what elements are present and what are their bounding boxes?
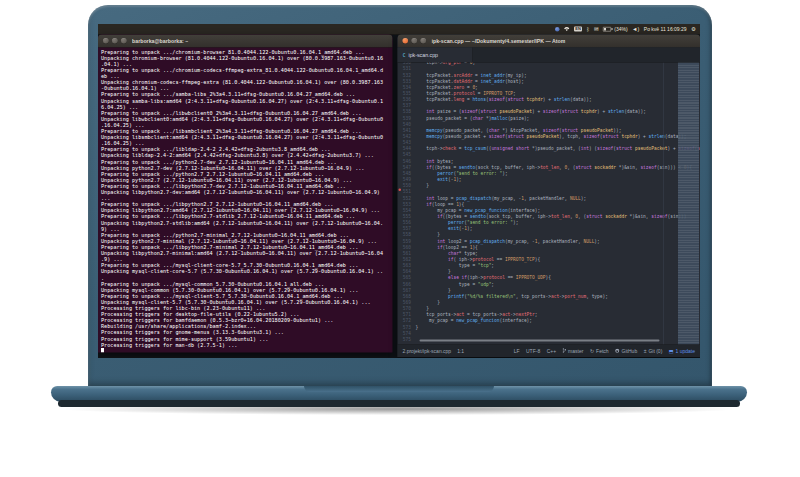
terminal-line: Preparing to unpack .../libpython2.7-std…	[101, 213, 393, 219]
line-number: 575	[398, 336, 416, 342]
package-icon: ⬒	[669, 349, 674, 354]
terminal-cursor	[101, 348, 104, 353]
mail-icon[interactable]: ✉	[594, 26, 599, 32]
maximize-button[interactable]	[421, 38, 427, 44]
git-modified-marker	[399, 189, 402, 192]
code-text: my_pcap = new_pcap_funcion(interface);	[416, 318, 533, 324]
code-line: 544 tcph->check = tcp_csum((unsigned sho…	[398, 146, 701, 152]
desktop: EN ᛒ ✉ (34%) ◄) Po kvě 11 16:09:29 ⚙	[98, 24, 700, 358]
code-line: 542 memcpy(pseudo_packet + sizeof(struct…	[398, 133, 701, 139]
code-text: }	[416, 324, 419, 330]
wrap-guide	[663, 63, 664, 345]
tab-label: ipk-scan.cpp	[409, 52, 438, 58]
code-text: pseudo_packet = (char *)malloc(psize);	[416, 115, 530, 121]
code-text: tcph->urg_ptr = 0;	[416, 63, 476, 66]
terminal-line: Unpacking chromium-browser (81.0.4044.12…	[101, 55, 393, 61]
terminal-line: Unpacking mysql-client-5.7 (5.7.30-0ubun…	[101, 299, 393, 305]
terminal-prompt-line	[101, 347, 393, 352]
terminal-line: Unpacking mysql-client-core-5.7 (5.7.30-…	[101, 268, 393, 274]
status-updates[interactable]: ⬒ 1 update	[669, 348, 695, 354]
tab-ipk-scan-cpp[interactable]: C ipk-scan.cpp	[398, 48, 473, 63]
maximize-button[interactable]	[121, 38, 127, 44]
volume-icon[interactable]: ◄)	[632, 26, 639, 32]
close-button[interactable]	[103, 38, 109, 44]
code-text: printf("%d/%s filtered\n", tcp_ports->ac…	[416, 293, 608, 299]
battery-tip	[612, 28, 613, 30]
status-grammar[interactable]: C++	[547, 348, 556, 354]
laptop-base-bottom	[58, 400, 740, 407]
diff-icon: ±	[644, 349, 647, 354]
battery-indicator[interactable]: (34%)	[603, 26, 627, 32]
terminal-line: Unpacking libpython2.7-stdlib:amd64 (2.7…	[101, 219, 393, 225]
wifi-icon[interactable]	[564, 26, 570, 32]
terminal-line: Unpacking samba-libs:amd64 (2:4.3.11+dfs…	[101, 97, 393, 103]
horizontal-scrollbar[interactable]	[420, 340, 660, 342]
status-git-changes[interactable]: ± Git (0)	[644, 348, 663, 354]
status-github[interactable]: GitHub	[615, 348, 637, 354]
editor-tab-bar: C ipk-scan.cpp	[398, 48, 701, 63]
system-tray: EN ᛒ ✉ (34%) ◄) Po kvě 11 16:09:29 ⚙	[555, 24, 696, 34]
code-text: tcph->check = tcp_csum((unsigned short *…	[416, 146, 701, 152]
session-gear-icon[interactable]: ⚙	[691, 26, 696, 32]
atom-window-title: ipk-scan.cpp — ~/Dokumenty/4.semester/IP…	[432, 38, 566, 44]
status-file-path[interactable]: 2.projekt/ipk-scan.cpp	[403, 348, 452, 354]
close-button[interactable]	[403, 38, 409, 44]
minimize-button[interactable]	[112, 38, 118, 44]
status-right-group: LF UTF-8 C++ master ↻ Fetch	[514, 348, 695, 354]
battery-percent: (34%)	[614, 26, 627, 32]
code-editor[interactable]: 530 tcph->urg_ptr = 0;531532 tcpPacket.s…	[398, 63, 701, 345]
status-fetch[interactable]: ↻ Fetch	[590, 348, 609, 354]
battery-icon	[603, 27, 611, 32]
github-icon	[615, 348, 620, 354]
branch-icon	[563, 348, 567, 354]
bluetooth-icon[interactable]: ᛒ	[586, 26, 589, 32]
terminal-line: Preparing to unpack .../libpython2.7-min…	[101, 244, 393, 250]
terminal-line: Preparing to unpack .../samba-libs_2%3a4…	[101, 91, 393, 97]
terminal-line: Unpacking libldap-2.4-2:amd64 (2.4.42+df…	[101, 152, 393, 158]
code-lines: 530 tcph->urg_ptr = 0;531532 tcpPacket.s…	[398, 63, 701, 343]
sync-icon: ↻	[590, 349, 594, 354]
status-line-ending[interactable]: LF	[514, 348, 520, 354]
terminal-line: Unpacking python2.7-minimal (2.7.12-1ubu…	[101, 238, 393, 244]
keyboard-layout-indicator[interactable]: EN	[574, 27, 582, 32]
terminal-line: Unpacking libpython2.7-minimal:amd64 (2.…	[101, 250, 393, 256]
app-indicator-icon[interactable]	[555, 27, 560, 32]
editor-status-bar: 2.projekt/ipk-scan.cpp 1:1 LF UTF-8 C++ …	[398, 345, 701, 358]
laptop-lid-notch	[304, 386, 494, 392]
minimize-button[interactable]	[412, 38, 418, 44]
atom-window: ipk-scan.cpp — ~/Dokumenty/4.semester/IP…	[398, 35, 701, 358]
minimap[interactable]	[678, 63, 699, 345]
system-top-panel: EN ᛒ ✉ (34%) ◄) Po kvě 11 16:09:29 ⚙	[98, 24, 700, 35]
terminal-titlebar: barborka@barborka: ~	[98, 35, 393, 48]
terminal-title: barborka@barborka: ~	[132, 38, 188, 44]
terminal-line: Preparing to unpack .../chromium-codecs-…	[101, 67, 393, 73]
code-text: tcpPacket.leng = htons(sizeof(struct tcp…	[416, 96, 592, 102]
laptop-mockup: EN ᛒ ✉ (34%) ◄) Po kvě 11 16:09:29 ⚙	[0, 0, 800, 477]
status-cursor-position[interactable]: 1:1	[457, 348, 464, 354]
code-text: memcpy(pseudo_packet + sizeof(struct pse…	[416, 133, 687, 139]
terminal-line: Unpacking libwbclient0:amd64 (2:4.3.11+d…	[101, 116, 393, 122]
terminal-line: Unpacking libsmbclient:amd64 (2:4.3.11+d…	[101, 134, 393, 140]
code-text: }	[416, 182, 430, 188]
terminal-line: Unpacking libpython2.7-dev:amd64 (2.7.12…	[101, 189, 393, 195]
terminal-output[interactable]: Preparing to unpack .../chromium-browser…	[98, 48, 393, 353]
status-encoding[interactable]: UTF-8	[526, 348, 540, 354]
status-git-branch[interactable]: master	[563, 348, 584, 354]
laptop-screen: EN ᛒ ✉ (34%) ◄) Po kvě 11 16:09:29 ⚙	[98, 24, 700, 358]
atom-titlebar: ipk-scan.cpp — ~/Dokumenty/4.semester/IP…	[398, 35, 701, 48]
clock[interactable]: Po kvě 11 16:09:29	[644, 26, 687, 32]
terminal-window: barborka@barborka: ~ Preparing to unpack…	[98, 35, 393, 353]
c-file-icon: C	[403, 52, 406, 58]
